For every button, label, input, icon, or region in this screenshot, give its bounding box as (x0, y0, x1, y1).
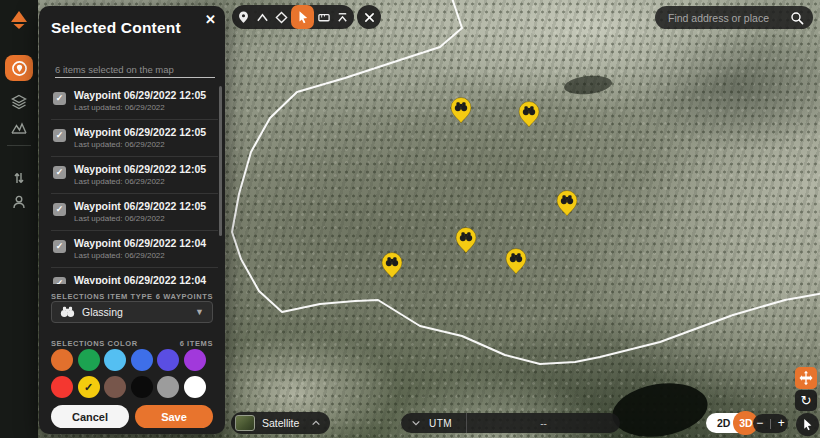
color-swatch[interactable] (184, 376, 206, 398)
chevron-up-icon (256, 11, 269, 24)
cursor-icon (296, 10, 310, 24)
waypoint-marker[interactable] (506, 249, 526, 275)
panel-close-button[interactable]: ✕ (205, 12, 216, 28)
person-icon (11, 194, 27, 210)
pin-icon (237, 10, 250, 24)
lake (609, 377, 712, 438)
checkbox-checked-icon[interactable]: ✓ (53, 277, 66, 284)
color-swatch[interactable] (157, 349, 179, 371)
color-swatch[interactable] (51, 376, 73, 398)
waypoint-list-item[interactable]: ✓ Waypoint 06/29/2022 12:05 Last updated… (51, 83, 218, 120)
checkbox-checked-icon[interactable]: ✓ (53, 240, 66, 253)
sidebar-item-content[interactable] (5, 55, 33, 81)
list-scrollbar[interactable] (219, 86, 222, 236)
waypoint-circle-icon (11, 60, 28, 77)
waypoint-list-item[interactable]: ✓ Waypoint 06/29/2022 12:05 Last updated… (51, 194, 218, 231)
waypoint-marker[interactable] (451, 98, 471, 124)
color-swatch[interactable]: ✓ (78, 376, 100, 398)
coordinate-value: -- (467, 418, 620, 429)
checkbox-checked-icon[interactable]: ✓ (53, 203, 66, 216)
checkbox-checked-icon[interactable]: ✓ (53, 129, 66, 142)
search-bar[interactable]: Find address or place (655, 6, 813, 29)
measure-tool[interactable] (314, 5, 333, 29)
waypoint-title: Waypoint 06/29/2022 12:05 (74, 126, 206, 138)
color-swatch[interactable] (51, 349, 73, 371)
chevron-up-icon (311, 418, 321, 428)
rock-shadow (563, 74, 613, 97)
cursor-icon (801, 418, 814, 431)
draw-shape-tool[interactable] (272, 5, 291, 29)
zoom-in-button[interactable]: + (778, 415, 785, 432)
waypoint-marker[interactable] (557, 191, 577, 217)
move-icon (798, 370, 814, 386)
checkbox-checked-icon[interactable]: ✓ (53, 166, 66, 179)
draw-line-tool[interactable] (253, 5, 272, 29)
waypoint-list[interactable]: ✓ Waypoint 06/29/2022 12:05 Last updated… (51, 83, 218, 284)
coordinate-format: UTM (429, 418, 452, 429)
add-waypoint-tool[interactable] (234, 5, 253, 29)
color-section-header: SELECTIONS COLOR 6 ITEMS (51, 339, 213, 348)
sidebar-item-layers[interactable] (5, 89, 33, 115)
dimension-toggle: 2D 3D (706, 411, 758, 435)
waypoint-list-item[interactable]: ✓ Waypoint 06/29/2022 12:04 Last updated… (51, 231, 218, 268)
toolbar-close-button[interactable] (357, 5, 381, 29)
color-swatch[interactable] (104, 349, 126, 371)
waypoint-title: Waypoint 06/29/2022 12:05 (74, 200, 206, 212)
close-icon (364, 12, 375, 23)
waypoint-subtitle: Last updated: 06/29/2022 (74, 214, 206, 223)
up-down-arrows-icon (11, 170, 27, 186)
color-swatch[interactable] (104, 376, 126, 398)
color-label: SELECTIONS COLOR (51, 339, 138, 348)
app-sidebar (0, 0, 38, 438)
waypoint-subtitle: Last updated: 06/29/2022 (74, 251, 206, 260)
color-swatch[interactable] (131, 349, 153, 371)
basemap-selector[interactable]: Satellite (231, 412, 330, 434)
pan-mode-button[interactable] (795, 367, 817, 389)
search-icon[interactable] (790, 11, 804, 25)
selected-content-panel: ✕ Selected Content 6 items selected on t… (39, 6, 225, 434)
rectangle-icon (317, 11, 331, 24)
diamond-icon (275, 11, 288, 24)
color-swatch[interactable] (78, 349, 100, 371)
sidebar-item-terrain[interactable] (5, 115, 33, 141)
waypoint-marker[interactable] (519, 102, 539, 128)
bar-chevron-icon (336, 11, 349, 24)
color-swatch[interactable] (157, 376, 179, 398)
waypoint-list-item[interactable]: ✓ Waypoint 06/29/2022 12:05 Last updated… (51, 157, 218, 194)
basemap-label: Satellite (262, 417, 299, 429)
waypoint-subtitle: Last updated: 06/29/2022 (74, 177, 206, 186)
waypoint-list-item[interactable]: ✓ Waypoint 06/29/2022 12:04 Last updated… (51, 268, 218, 284)
zoom-controls: − + (753, 414, 788, 433)
cancel-button[interactable]: Cancel (51, 405, 129, 428)
chevron-down-icon: ▼ (195, 307, 204, 317)
reset-rotation-button[interactable]: ↻ (795, 390, 817, 411)
waypoint-marker[interactable] (382, 253, 402, 279)
sidebar-item-tracker[interactable] (5, 165, 33, 191)
color-swatch[interactable] (184, 349, 206, 371)
sidebar-item-account[interactable] (5, 189, 33, 215)
panel-footer: Cancel Save (51, 405, 213, 428)
save-button[interactable]: Save (135, 405, 213, 428)
panel-title: Selected Content (51, 19, 181, 37)
waypoint-subtitle: Last updated: 06/29/2022 (74, 103, 206, 112)
chevron-down-icon (411, 418, 421, 428)
checkbox-checked-icon[interactable]: ✓ (53, 92, 66, 105)
item-type-count: 6 WAYPOINTS (156, 292, 213, 301)
zoom-out-button[interactable]: − (756, 415, 763, 432)
waypoint-list-item[interactable]: ✓ Waypoint 06/29/2022 12:05 Last updated… (51, 120, 218, 157)
pointer-mode-button[interactable] (796, 413, 819, 436)
coordinate-readout[interactable]: UTM -- (401, 413, 620, 433)
binoculars-icon (60, 306, 75, 318)
item-type-section-header: SELECTIONS ITEM TYPE 6 WAYPOINTS (51, 292, 213, 301)
waypoint-title: Waypoint 06/29/2022 12:04 (74, 237, 206, 249)
rotate-icon: ↻ (801, 393, 812, 408)
item-type-value: Glassing (82, 306, 195, 318)
select-tool[interactable] (291, 5, 314, 29)
export-tool[interactable] (333, 5, 352, 29)
item-type-dropdown[interactable]: Glassing ▼ (51, 301, 213, 323)
color-swatch[interactable] (131, 376, 153, 398)
waypoint-title: Waypoint 06/29/2022 12:05 (74, 163, 206, 175)
waypoint-marker[interactable] (456, 228, 476, 254)
sidebar-divider (7, 145, 31, 146)
waypoint-title: Waypoint 06/29/2022 12:05 (74, 89, 206, 101)
